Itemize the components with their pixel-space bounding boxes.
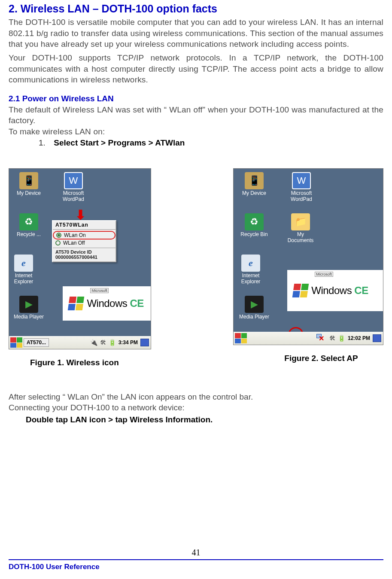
wordpad-icon: W [64, 172, 83, 189]
list-step-text: Select Start > Programs > ATWlan [54, 138, 185, 147]
menu-option-wlan-on[interactable]: WLan On [53, 231, 115, 239]
desktop-icon-my-device[interactable]: 📱 My Device [12, 172, 46, 196]
figure-1-screenshot: 📱 My Device W Microsoft WordPad ♻ Recycl… [9, 168, 151, 349]
radio-off-icon [55, 240, 61, 246]
paragraph-intro-2: Your DOTH-100 supports TCP/IP network pr… [9, 52, 383, 85]
tray-battery-icon[interactable]: 🔋 [338, 335, 345, 342]
start-button[interactable] [235, 333, 247, 343]
taskbar-task-button[interactable]: AT570... [24, 338, 49, 347]
desktop-icon-label: Media Player [237, 314, 271, 320]
paragraph-after-1: After selecting “ WLan On” the LAN icon … [9, 391, 383, 403]
desktop-icon-label: Recycle ... [12, 231, 46, 237]
section-title: 2. Wireless LAN – DOTH-100 option facts [9, 3, 383, 15]
wordpad-icon: W [292, 172, 311, 189]
tray-network-icon[interactable]: 🔌 [90, 339, 97, 346]
desktop-icon-label: My Device [237, 190, 271, 196]
desktop-icon-label: Microsoft WordPad [56, 190, 91, 202]
desktop-icon-label: Internet Explorer [234, 273, 268, 285]
figure-2-column: 📱 My Device W Microsoft WordPad ♻ Recycl… [233, 168, 383, 367]
microsoft-label: Microsoft [315, 272, 333, 277]
atwlan-menu[interactable]: AT570WLan WLan On WLan Off AT570 Device … [52, 220, 116, 262]
menu-option-label: WLan On [64, 232, 86, 238]
device-icon: 📱 [245, 172, 264, 189]
list-number: 1. [39, 138, 52, 148]
device-icon: 📱 [19, 172, 38, 189]
paragraph-instruction: To make wireless LAN on: [9, 126, 383, 137]
page-footer: 41 DOTH-100 User Reference [9, 548, 383, 571]
system-tray[interactable]: ✕ 🛠 🔋 12:02 PM [316, 334, 383, 343]
figure-2-screenshot: 📱 My Device W Microsoft WordPad ♻ Recycl… [233, 168, 383, 345]
windows-flag-icon [68, 297, 84, 310]
start-button[interactable] [10, 337, 22, 348]
ie-icon: e [241, 255, 260, 272]
desktop-icon-media[interactable]: Media Player [237, 296, 271, 320]
taskbar[interactable]: ✕ 🛠 🔋 12:02 PM [234, 332, 383, 345]
desktop-icon-documents[interactable]: 📁 My Documents [283, 213, 318, 243]
windows-ce-logo: Microsoft Windows CE [287, 270, 383, 311]
ie-icon: e [14, 255, 33, 272]
paragraph-after-2: Connecting your DOTH-100 to a network de… [9, 402, 383, 413]
taskbar-sip-button[interactable] [140, 339, 149, 346]
windows-ce-logo: Microsoft Windows CE [63, 286, 151, 321]
recycle-icon: ♻ [245, 213, 264, 230]
desktop-icon-ie[interactable]: e Internet Explorer [234, 255, 268, 285]
documents-icon: 📁 [291, 213, 310, 230]
tray-volume-icon[interactable]: 🛠 [100, 339, 106, 346]
desktop-icon-label: Internet Explorer [6, 273, 41, 285]
desktop-icon-wordpad[interactable]: W Microsoft WordPad [56, 172, 91, 202]
footer-reference: DOTH-100 User Reference [9, 563, 383, 571]
paragraph-intro-1: The DOTH-100 is versatile mobile compute… [9, 17, 383, 50]
tray-settings-icon[interactable]: 🛠 [329, 335, 335, 342]
menu-title: AT570WLan [53, 221, 115, 228]
desktop-icon-recycle[interactable]: ♻ Recycle Bin [237, 213, 271, 237]
desktop-icon-label: Media Player [12, 314, 46, 320]
taskbar[interactable]: AT570... 🔌 🛠 🔋 3:34 PM [9, 336, 151, 349]
radio-on-icon [56, 233, 61, 238]
figures-row: 📱 My Device W Microsoft WordPad ♻ Recycl… [9, 168, 383, 367]
desktop-icon-my-device[interactable]: 📱 My Device [237, 172, 271, 196]
desktop-icon-media[interactable]: Media Player [12, 296, 46, 320]
desktop-icon-label: Recycle Bin [237, 231, 271, 237]
media-player-icon [19, 296, 38, 313]
paragraph-after-bold: Double tap LAN icon > tap Wireless Infor… [9, 414, 383, 425]
recycle-icon: ♻ [19, 213, 38, 230]
subsection-title: 2.1 Power on Wireless LAN [9, 94, 383, 103]
windows-flag-icon [292, 284, 309, 297]
tray-lan-icon[interactable]: ✕ [316, 334, 327, 343]
tray-battery-icon[interactable]: 🔋 [109, 339, 116, 346]
desktop-icon-label: My Device [12, 190, 46, 196]
taskbar-clock: 12:02 PM [348, 335, 370, 341]
system-tray[interactable]: 🔌 🛠 🔋 3:34 PM [90, 339, 151, 346]
after-figures-text: After selecting “ WLan On” the LAN icon … [9, 391, 383, 425]
taskbar-clock: 3:34 PM [119, 340, 138, 346]
figure-1-caption: Figure 1. Wireless icon [9, 358, 119, 367]
menu-device-id: AT570 Device ID 0000006557000441 [53, 249, 115, 261]
desktop-icon-label: Microsoft WordPad [284, 190, 319, 202]
figure-1-column: 📱 My Device W Microsoft WordPad ♻ Recycl… [9, 168, 151, 367]
page-number: 41 [9, 548, 383, 558]
figure-2-caption: Figure 2. Select AP [258, 354, 358, 363]
microsoft-label: Microsoft [90, 288, 109, 293]
desktop-icon-wordpad[interactable]: W Microsoft WordPad [284, 172, 319, 202]
taskbar-sip-button[interactable] [373, 334, 381, 342]
desktop-icon-ie[interactable]: e Internet Explorer [6, 255, 41, 285]
paragraph-default: The default of Wireless LAN was set with… [9, 104, 383, 126]
desktop-icon-recycle[interactable]: ♻ Recycle ... [12, 213, 46, 237]
menu-option-label: WLan Off [63, 240, 85, 246]
menu-option-wlan-off[interactable]: WLan Off [53, 239, 115, 246]
media-player-icon [245, 296, 264, 313]
desktop-icon-label: My Documents [283, 231, 318, 243]
ordered-list: 1. Select Start > Programs > ATWlan [9, 138, 383, 148]
